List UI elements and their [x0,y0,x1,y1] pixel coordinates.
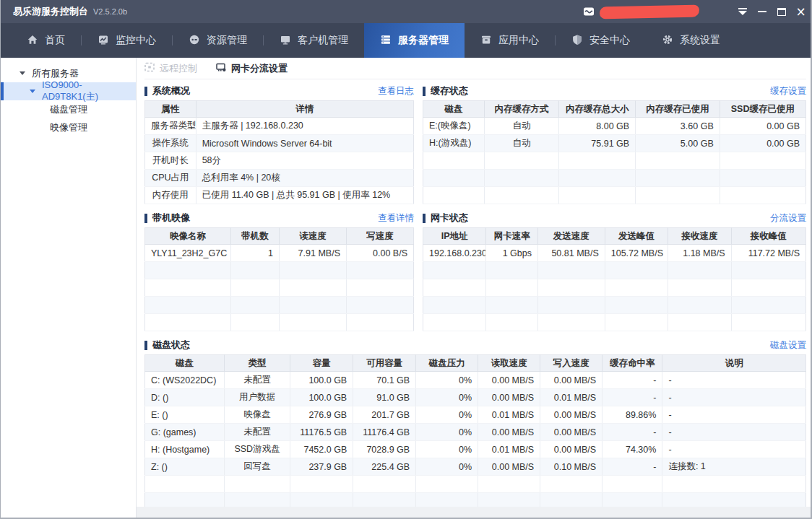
maximize-icon[interactable] [772,0,791,23]
table-cell [537,297,605,314]
column-header: SSD缓存已使用 [720,101,805,118]
chevron-down-icon[interactable] [20,71,25,75]
table-row: YLY11_23H2_G7C17.91 MB/S0.00 B/S [145,245,414,262]
table-cell: 0.01 MB/S [478,406,540,424]
table-cell: 7.91 MB/S [279,245,346,262]
column-header: 写入速度 [540,355,602,372]
table-cell: 1 Gbps [486,245,538,262]
nav-item-client-management[interactable]: 客户机管理 [264,23,364,58]
table-cell: 自动 [484,118,558,135]
nav-item-resource-management[interactable]: 资源管理 [173,23,263,58]
nic-icon [216,62,226,74]
table-cell [537,279,605,297]
table-header-row: 磁盘内存缓存方式内存缓存总大小内存缓存已使用SSD缓存已使用 [423,101,806,118]
table-cell [486,279,538,297]
nic-status-table: IP地址网卡速率发送速度发送峰值接收速度接收峰值192.168.0.2301 G… [423,227,806,331]
view-logs-link[interactable]: 查看日志 [378,85,414,97]
split-settings-link[interactable]: 分流设置 [770,212,806,224]
table-cell: - [662,389,806,406]
table-cell [353,476,416,493]
nav-item-home[interactable]: 首页 [11,23,81,58]
column-header: 读取速度 [478,355,540,372]
table-row-empty [423,152,806,170]
table-cell [279,297,346,314]
sidebar-item-server-iso9000[interactable]: ISO9000-AD9T8K1(主) [1,82,136,100]
cache-settings-link[interactable]: 缓存设置 [770,85,806,97]
table-cell: 0.00 GB [720,135,805,152]
table-cell [668,314,731,331]
table-cell [731,314,805,331]
nav-item-app-center[interactable]: 应用中心 [465,23,555,58]
table-row-empty [145,314,414,331]
table-cell: - [602,389,662,406]
section-bar [144,214,147,223]
table-cell: G: (games) [145,424,225,441]
view-details-link[interactable]: 查看详情 [378,212,414,224]
table-cell: 0.00 MB/S [540,372,602,389]
table-cell: 117.72 MB/S [731,245,805,262]
column-header: 内存缓存已使用 [636,101,720,118]
tab-nic-split-settings[interactable]: 网卡分流设置 [216,62,288,75]
table-cell [279,262,346,279]
table-row: H:(游戏盘)自动75.91 GB5.00 GB0.00 GB [423,135,806,152]
nav-item-server-management[interactable]: 服务器管理 [364,23,465,58]
attached-images-table: 映像名称带机数读速度写速度YLY11_23H2_G7C17.91 MB/S0.0… [144,227,414,331]
nav-item-security-center[interactable]: 安全中心 [556,23,646,58]
table-cell: 0.00 MB/S [540,406,602,424]
table-cell: 70.1 GB [353,372,416,389]
table-cell: 201.7 GB [353,406,416,424]
section-title: 带机映像 [152,211,190,224]
table-cell: 89.86% [602,406,662,424]
table-cell: 1.18 MB/S [668,245,731,262]
table-cell: 服务器类型 [145,118,196,135]
column-header: 带机数 [231,228,280,245]
table-row: E: ()映像盘276.9 GB201.7 GB0%0.01 MB/S0.00 … [145,406,806,424]
table-row: 192.168.0.2301 Gbps50.81 MB/S105.72 MB/S… [423,245,806,262]
chevron-down-icon[interactable] [30,90,35,93]
minimize-icon[interactable] [752,0,772,23]
close-icon[interactable]: × [791,0,811,23]
table-row: Z: ()回写盘237.9 GB225.4 GB0%0.00 MB/S0.10 … [145,458,806,476]
sidebar-item-disk-management[interactable]: 磁盘管理 [1,100,136,118]
table-header-row: 映像名称带机数读速度写速度 [145,228,414,245]
system-overview-table: 属性详情服务器类型主服务器 | 192.168.0.230操作系统Microso… [144,100,414,204]
sidebar-item-image-management[interactable]: 映像管理 [1,118,136,136]
panel-cache-status: 缓存状态 缓存设置 磁盘内存缓存方式内存缓存总大小内存缓存已使用SSD缓存已使用… [423,84,806,204]
table-cell [423,170,485,187]
column-header: 磁盘 [145,355,225,372]
table-cell: 192.168.0.230 [423,245,486,262]
table-row-empty [423,187,806,204]
table-row: D: ()用户数据100.0 GB91.0 GB0%0.00 MB/S0.01 … [145,389,806,406]
table-cell [279,279,346,297]
panel-system-overview: 系统概况 查看日志 属性详情服务器类型主服务器 | 192.168.0.230操… [144,84,414,204]
column-header: 发送峰值 [605,228,668,245]
table-cell: 237.9 GB [290,458,353,476]
disk-settings-link[interactable]: 磁盘设置 [770,339,806,352]
caret-down-icon[interactable] [733,0,752,23]
nav-item-system-settings[interactable]: 系统设置 [646,23,736,58]
table-cell: 开机时长 [145,152,196,170]
table-cell [668,262,731,279]
table-row-empty [145,297,414,314]
table-cell: - [662,441,806,458]
redacted-area [600,4,699,19]
table-cell [423,262,486,279]
table-cell: SSD游戏盘 [224,441,290,458]
table-row-empty [145,476,806,493]
table-cell: 11176.4 GB [353,424,416,441]
table-cell: C: (WS2022DC) [145,372,225,389]
tab-remote-control[interactable]: 远程控制 [144,62,197,75]
table-cell: 0% [416,406,478,424]
table-cell: 75.91 GB [559,135,636,152]
table-cell: 0.00 MB/S [478,372,540,389]
table-cell: 连接数: 1 [662,458,806,476]
section-bar [144,87,147,96]
app-version: V2.5.2.0b [93,7,127,16]
table-cell: YLY11_23H2_G7C [145,245,231,262]
shield-icon [571,34,583,48]
table-row: 内存使用已使用 11.40 GB | 总共 95.91 GB | 使用率 12% [145,187,414,204]
nav-item-monitor-center[interactable]: 监控中心 [82,23,172,58]
app-title: 易乐游服务控制台 [13,5,88,18]
table-cell: 0.00 MB/S [540,441,602,458]
table-cell: CPU占用 [145,170,196,187]
